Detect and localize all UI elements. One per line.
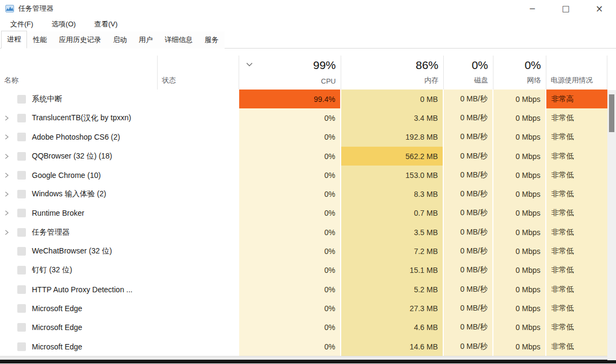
table-row[interactable]: Microsoft Edge 0% 4.6 MB 0 MB/秒 0 Mbps 非… bbox=[0, 318, 607, 337]
window-bottom-edge bbox=[0, 356, 616, 360]
tab-users[interactable]: 用户 bbox=[133, 31, 159, 49]
table-row[interactable]: WeChatBrowser (32 位) 0% 7.2 MB 0 MB/秒 0 … bbox=[0, 242, 607, 260]
task-manager-app-icon bbox=[5, 4, 14, 13]
power-cell: 非常低 bbox=[546, 223, 607, 242]
disk-cell: 0 MB/秒 bbox=[444, 90, 493, 108]
status-cell bbox=[158, 204, 239, 223]
column-header-power[interactable]: 电源使用情况 bbox=[546, 56, 607, 90]
column-header-status[interactable]: 状态 bbox=[158, 56, 239, 90]
disk-cell: 0 MB/秒 bbox=[444, 166, 493, 184]
process-name: TranslucentTB(汉化 by tpxxn) bbox=[32, 113, 131, 123]
column-header-cpu[interactable]: 99% CPU bbox=[239, 56, 341, 90]
cpu-cell: 0% bbox=[239, 337, 341, 356]
network-cell: 0 Mbps bbox=[493, 166, 546, 184]
cpu-cell: 0% bbox=[239, 261, 341, 280]
network-cell: 0 Mbps bbox=[493, 204, 546, 223]
name-cell: Windows 输入体验 (2) bbox=[0, 184, 158, 203]
minimize-button[interactable]: − bbox=[516, 0, 549, 17]
tab-performance[interactable]: 性能 bbox=[27, 31, 53, 49]
expand-chevron-icon[interactable] bbox=[4, 115, 12, 121]
name-cell: Google Chrome (10) bbox=[0, 166, 158, 184]
table-row[interactable]: Windows 输入体验 (2) 0% 8.3 MB 0 MB/秒 0 Mbps… bbox=[0, 184, 607, 203]
table-row[interactable]: Google Chrome (10) 0% 153.0 MB 0 MB/秒 0 … bbox=[0, 166, 607, 184]
expand-chevron-icon[interactable] bbox=[4, 172, 12, 178]
scrollbar-thumb[interactable] bbox=[609, 94, 614, 132]
tab-services[interactable]: 服务 bbox=[199, 31, 225, 49]
title-bar: 任务管理器 − □ × bbox=[0, 0, 616, 17]
process-icon bbox=[17, 133, 26, 141]
network-cell: 0 Mbps bbox=[493, 261, 546, 280]
column-header-disk[interactable]: 0% 磁盘 bbox=[444, 56, 493, 90]
table-row[interactable]: Microsoft Edge 0% 14.6 MB 0 MB/秒 0 Mbps … bbox=[0, 337, 607, 356]
window-controls: − □ × bbox=[516, 0, 616, 17]
network-cell: 0 Mbps bbox=[493, 90, 546, 108]
table-row[interactable]: Microsoft Edge 0% 27.3 MB 0 MB/秒 0 Mbps … bbox=[0, 299, 607, 318]
disk-cell: 0 MB/秒 bbox=[444, 108, 493, 127]
power-cell: 非常低 bbox=[546, 128, 607, 147]
process-name: 钉钉 (32 位) bbox=[32, 265, 72, 275]
tab-startup[interactable]: 启动 bbox=[107, 31, 133, 49]
tab-processes[interactable]: 进程 bbox=[1, 31, 27, 49]
cpu-cell: 0% bbox=[239, 108, 341, 127]
cpu-cell: 0% bbox=[239, 128, 341, 147]
status-cell bbox=[158, 261, 239, 280]
cpu-cell: 0% bbox=[239, 280, 341, 299]
table-header-row: 名称 状态 99% CPU 86% 内存 0% 磁盘 0% bbox=[0, 56, 607, 90]
status-cell bbox=[158, 108, 239, 127]
cpu-cell: 0% bbox=[239, 204, 341, 223]
table-row[interactable]: 钉钉 (32 位) 0% 15.1 MB 0 MB/秒 0 Mbps 非常低 bbox=[0, 261, 607, 280]
disk-cell: 0 MB/秒 bbox=[444, 128, 493, 147]
expand-chevron-icon[interactable] bbox=[4, 210, 12, 216]
table-row[interactable]: HTTP Auto Proxy Detection ... 0% 5.2 MB … bbox=[0, 280, 607, 299]
cpu-cell: 0% bbox=[239, 184, 341, 203]
name-cell: Adobe Photoshop CS6 (2) bbox=[0, 128, 158, 147]
process-icon bbox=[17, 114, 26, 122]
table-row[interactable]: Adobe Photoshop CS6 (2) 0% 192.8 MB 0 MB… bbox=[0, 128, 607, 147]
power-cell: 非常低 bbox=[546, 337, 607, 356]
tab-bar: 进程 性能 应用历史记录 启动 用户 详细信息 服务 bbox=[0, 31, 616, 49]
disk-cell: 0 MB/秒 bbox=[444, 280, 493, 299]
tab-details[interactable]: 详细信息 bbox=[159, 31, 199, 49]
memory-cell: 562.2 MB bbox=[341, 147, 444, 166]
menu-options[interactable]: 选项(O) bbox=[46, 18, 82, 31]
network-cell: 0 Mbps bbox=[493, 337, 546, 356]
disk-cell: 0 MB/秒 bbox=[444, 261, 493, 280]
table-row[interactable]: 任务管理器 0% 3.5 MB 0 MB/秒 0 Mbps 非常低 bbox=[0, 223, 607, 242]
table-row[interactable]: QQBrowser (32 位) (18) 0% 562.2 MB 0 MB/秒… bbox=[0, 147, 607, 166]
task-manager-window: 任务管理器 − □ × 文件(F) 选项(O) 查看(V) 进程 性能 应用历史… bbox=[0, 0, 616, 364]
process-icon bbox=[17, 304, 26, 313]
column-header-memory[interactable]: 86% 内存 bbox=[341, 56, 444, 90]
table-row[interactable]: Runtime Broker 0% 0.7 MB 0 MB/秒 0 Mbps 非… bbox=[0, 204, 607, 223]
process-table: 名称 状态 99% CPU 86% 内存 0% 磁盘 0% bbox=[0, 56, 607, 356]
menu-file[interactable]: 文件(F) bbox=[5, 18, 39, 31]
expand-chevron-icon[interactable] bbox=[4, 191, 12, 197]
power-cell: 非常低 bbox=[546, 108, 607, 127]
table-row[interactable]: 系统中断 99.4% 0 MB 0 MB/秒 0 Mbps 非常高 bbox=[0, 90, 607, 108]
process-icon bbox=[17, 247, 26, 256]
menu-view[interactable]: 查看(V) bbox=[89, 18, 123, 31]
expand-chevron-icon[interactable] bbox=[4, 134, 12, 140]
maximize-button[interactable]: □ bbox=[549, 0, 583, 17]
process-icon bbox=[17, 285, 26, 294]
process-icon bbox=[17, 209, 26, 217]
status-cell bbox=[158, 184, 239, 203]
column-header-name[interactable]: 名称 bbox=[0, 56, 158, 90]
process-name: Microsoft Edge bbox=[32, 304, 82, 313]
column-header-network[interactable]: 0% 网络 bbox=[493, 56, 546, 90]
close-button[interactable]: × bbox=[583, 0, 616, 17]
network-cell: 0 Mbps bbox=[493, 242, 546, 260]
expand-chevron-icon[interactable] bbox=[4, 229, 12, 236]
cpu-cell: 0% bbox=[239, 242, 341, 260]
memory-cell: 7.2 MB bbox=[341, 242, 444, 260]
table-row[interactable]: TranslucentTB(汉化 by tpxxn) 0% 3.4 MB 0 M… bbox=[0, 108, 607, 127]
memory-cell: 153.0 MB bbox=[341, 166, 444, 184]
cpu-cell: 0% bbox=[239, 318, 341, 337]
vertical-scrollbar[interactable] bbox=[607, 90, 616, 360]
disk-cell: 0 MB/秒 bbox=[444, 147, 493, 166]
expand-chevron-icon[interactable] bbox=[4, 153, 12, 160]
power-cell: 非常低 bbox=[546, 261, 607, 280]
tab-app-history[interactable]: 应用历史记录 bbox=[53, 31, 107, 49]
disk-total-percent: 0% bbox=[472, 59, 488, 72]
process-icon bbox=[17, 152, 26, 161]
memory-cell: 3.4 MB bbox=[341, 108, 444, 127]
